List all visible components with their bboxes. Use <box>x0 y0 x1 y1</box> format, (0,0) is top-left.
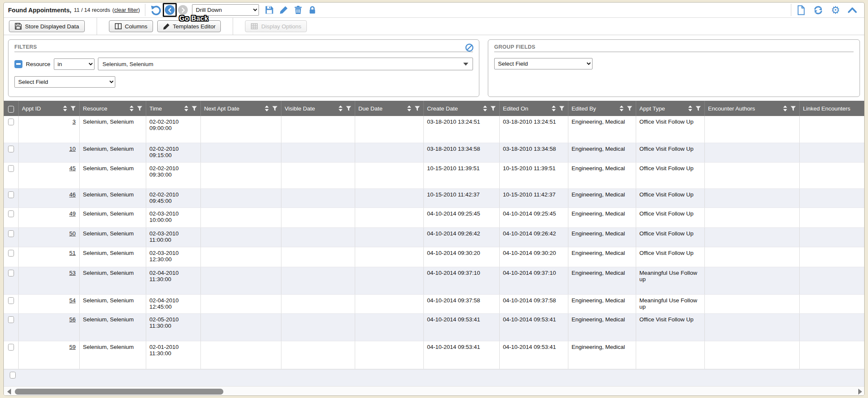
lock-icon[interactable] <box>308 6 317 14</box>
templates-editor-button[interactable]: Templates Editor <box>157 20 221 32</box>
row-checkbox[interactable] <box>8 230 14 237</box>
filter-funnel-icon[interactable] <box>70 106 76 111</box>
cell-encounter_authors <box>704 188 799 207</box>
row-checkbox[interactable] <box>10 372 16 379</box>
scrollbar-thumb[interactable] <box>15 389 223 395</box>
column-header-appt_type[interactable]: Appt Type <box>636 101 704 116</box>
table-row[interactable]: 59Selenium, Selenium02-01-2010 11:30:000… <box>4 341 865 369</box>
appt-id-link[interactable]: 49 <box>69 210 75 217</box>
filter-funnel-icon[interactable] <box>559 106 565 111</box>
filter-funnel-icon[interactable] <box>137 106 142 111</box>
select-all-checkbox[interactable] <box>8 106 14 113</box>
row-checkbox[interactable] <box>8 210 14 217</box>
appt-id-link[interactable]: 3 <box>72 119 76 125</box>
table-row[interactable]: 54Selenium, Selenium02-04-2010 12:45:000… <box>4 294 865 313</box>
row-checkbox[interactable] <box>8 316 14 323</box>
store-displayed-data-button[interactable]: Store Displayed Data <box>9 20 85 32</box>
column-header-due_date[interactable]: Due Date <box>355 101 423 116</box>
scroll-right-arrow[interactable] <box>858 389 862 395</box>
undo-icon[interactable] <box>150 5 161 16</box>
appt-id-link[interactable]: 54 <box>69 297 75 304</box>
sort-icon[interactable] <box>184 105 189 111</box>
sort-icon[interactable] <box>483 105 487 111</box>
appt-id-link[interactable]: 46 <box>69 191 75 198</box>
cell-create_date: 03-18-2010 13:24:51 <box>423 116 499 143</box>
sort-icon[interactable] <box>264 105 269 111</box>
filter-funnel-icon[interactable] <box>490 106 496 111</box>
sort-icon[interactable] <box>688 105 693 111</box>
sort-icon[interactable] <box>619 105 624 111</box>
cell-visible_date <box>281 207 355 227</box>
collapse-chevron-up-icon[interactable] <box>847 6 857 14</box>
filter-funnel-icon[interactable] <box>415 106 420 111</box>
table-row[interactable]: 53Selenium, Selenium02-04-2010 11:30:000… <box>4 267 865 294</box>
go-forward-button[interactable] <box>178 5 188 15</box>
column-header-next_apt_date[interactable]: Next Apt Date <box>200 101 281 116</box>
column-header-edited_on[interactable]: Edited On <box>499 101 568 116</box>
columns-button[interactable]: Columns <box>109 20 153 32</box>
filter-funnel-icon[interactable] <box>627 106 632 111</box>
sort-icon[interactable] <box>551 105 556 111</box>
add-filter-field-select[interactable]: Select Field <box>14 76 115 88</box>
column-header-edited_by[interactable]: Edited By <box>568 101 636 116</box>
row-checkbox[interactable] <box>8 165 14 172</box>
horizontal-scrollbar <box>4 386 864 396</box>
new-document-icon[interactable] <box>796 5 806 15</box>
disable-filters-icon[interactable] <box>465 43 474 54</box>
table-row[interactable]: 50Selenium, Selenium02-03-2010 11:00:000… <box>4 227 865 247</box>
column-header-resource[interactable]: Resource <box>79 101 146 116</box>
sort-icon[interactable] <box>338 105 343 111</box>
row-checkbox[interactable] <box>8 250 14 257</box>
column-header-appt_id[interactable]: Appt ID <box>18 101 79 116</box>
go-back-button[interactable] <box>165 5 175 15</box>
sort-icon[interactable] <box>783 105 787 111</box>
clear-filter-link[interactable]: clear filter <box>114 7 138 13</box>
filter-value-dropdown[interactable]: Selenium, Selenium <box>98 58 473 70</box>
table-row[interactable]: 46Selenium, Selenium02-02-2010 09:45:001… <box>4 188 865 207</box>
remove-filter-icon[interactable] <box>14 60 22 68</box>
cell-create_date: 04-10-2014 09:53:41 <box>423 313 499 341</box>
appt-id-link[interactable]: 10 <box>69 146 75 152</box>
appt-id-link[interactable]: 53 <box>69 270 75 276</box>
table-row[interactable]: 49Selenium, Selenium02-03-2010 10:00:000… <box>4 207 865 227</box>
row-checkbox[interactable] <box>8 270 14 276</box>
sort-icon[interactable] <box>129 105 134 111</box>
refresh-icon[interactable] <box>813 5 823 15</box>
group-field-select[interactable]: Select Field <box>494 58 593 69</box>
table-row[interactable]: 56Selenium, Selenium02-05-2010 11:30:000… <box>4 313 865 341</box>
appt-id-link[interactable]: 51 <box>69 250 75 256</box>
filter-funnel-icon[interactable] <box>192 106 197 111</box>
sort-icon[interactable] <box>407 105 412 111</box>
table-row[interactable]: 51Selenium, Selenium02-03-2010 12:30:000… <box>4 247 865 267</box>
filter-operator-select[interactable]: in <box>54 58 95 70</box>
column-header-encounter_authors[interactable]: Encounter Authors <box>704 101 799 116</box>
save-icon[interactable] <box>265 6 274 14</box>
filter-funnel-icon[interactable] <box>790 106 796 111</box>
history-mode-select[interactable]: Drill Down <box>192 4 259 16</box>
filter-funnel-icon[interactable] <box>346 106 351 111</box>
delete-trash-icon[interactable] <box>294 6 303 14</box>
display-options-button[interactable]: Display Options <box>245 20 307 32</box>
row-checkbox[interactable] <box>8 119 14 125</box>
row-checkbox[interactable] <box>8 344 14 351</box>
scroll-left-arrow[interactable] <box>7 389 11 395</box>
column-header-visible_date[interactable]: Visible Date <box>281 101 355 116</box>
filter-funnel-icon[interactable] <box>696 106 701 111</box>
table-row[interactable]: 10Selenium, Selenium02-02-2010 09:15:000… <box>4 143 865 162</box>
row-checkbox[interactable] <box>8 191 14 198</box>
column-header-create_date[interactable]: Create Date <box>423 101 499 116</box>
row-checkbox[interactable] <box>8 146 14 152</box>
settings-gear-icon[interactable]: ⚙ <box>831 5 840 15</box>
appt-id-link[interactable]: 56 <box>69 316 75 323</box>
column-header-time[interactable]: Time <box>146 101 200 116</box>
sort-icon[interactable] <box>63 105 67 111</box>
row-checkbox[interactable] <box>8 297 14 304</box>
column-header-linked_encounters[interactable]: Linked Encounters <box>799 101 865 116</box>
appt-id-link[interactable]: 59 <box>69 344 75 350</box>
table-row[interactable]: 3Selenium, Selenium02-02-2010 09:00:0003… <box>4 116 865 143</box>
edit-pencil-icon[interactable] <box>279 6 288 14</box>
filter-funnel-icon[interactable] <box>272 106 278 111</box>
table-row[interactable]: 45Selenium, Selenium02-02-2010 09:30:001… <box>4 162 865 188</box>
appt-id-link[interactable]: 45 <box>69 165 75 171</box>
appt-id-link[interactable]: 50 <box>69 230 75 237</box>
